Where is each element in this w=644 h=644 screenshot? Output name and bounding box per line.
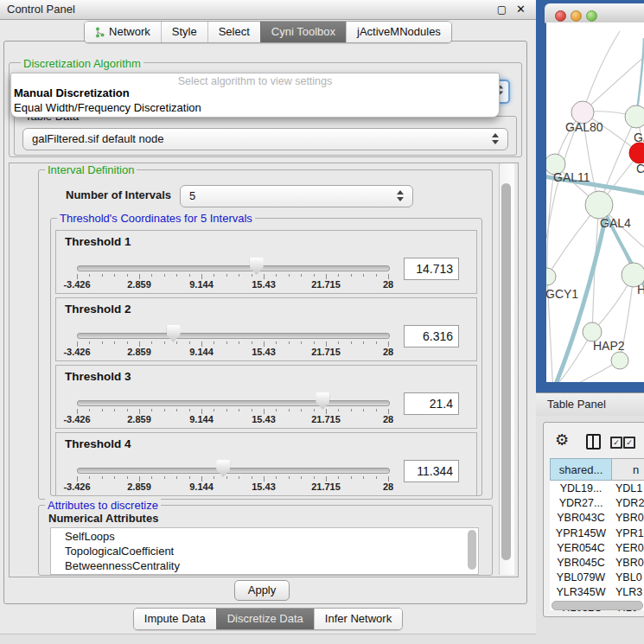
table-cell-shared-name[interactable]: YBR043C xyxy=(550,511,612,526)
table-cell-name[interactable]: YBR0 xyxy=(615,556,644,571)
attribute-item-topologicalcoefficient[interactable]: TopologicalCoefficient xyxy=(65,545,174,558)
table-cell-shared-name[interactable]: YDL19... xyxy=(550,481,612,496)
table-cell-name[interactable]: YDR2 xyxy=(615,496,644,511)
tick-label: 2.859 xyxy=(118,279,160,290)
vertical-scrollbar-thumb[interactable] xyxy=(501,183,511,560)
network-edge[interactable] xyxy=(583,57,644,112)
number-of-intervals-combo[interactable]: 5 xyxy=(180,185,413,207)
network-window-titlebar[interactable] xyxy=(545,3,644,23)
tick-label: 28 xyxy=(367,414,409,424)
float-icon[interactable]: ▢ xyxy=(497,0,507,19)
tab-impute-data[interactable]: Impute Data xyxy=(134,609,216,629)
slider-track[interactable] xyxy=(77,333,390,339)
table-cell-name[interactable]: YBL0 xyxy=(615,571,644,585)
apply-button[interactable]: Apply xyxy=(234,580,290,601)
network-edge-highlighted[interactable] xyxy=(636,38,644,117)
screen: Control Panel ▢ ✕ NetworkStyleSelectCyni… xyxy=(0,0,644,644)
tick-label: 9.144 xyxy=(181,481,222,492)
tab-network[interactable]: Network xyxy=(85,22,161,42)
table-cell-name[interactable]: YPR1 xyxy=(615,526,644,541)
horizontal-scrollbar-thumb[interactable] xyxy=(552,601,643,610)
table-cell-shared-name[interactable]: YPR145W xyxy=(550,526,612,541)
threshold-value-field[interactable]: 6.316 xyxy=(404,325,459,348)
tick-mark xyxy=(252,341,252,344)
tick-mark xyxy=(102,274,103,277)
table-data-combo[interactable]: galFiltered.sif default node xyxy=(22,128,508,150)
table-cell-shared-name[interactable]: YBR045C xyxy=(550,556,612,571)
minimize-traffic-light[interactable] xyxy=(571,10,582,22)
thresholds-group-title: Threshold's Coordinates for 5 Intervals xyxy=(57,212,255,225)
table-cell-shared-name[interactable]: YLR345W xyxy=(550,585,612,600)
table-cell-name[interactable]: YER0 xyxy=(615,541,644,556)
numerical-attributes-list[interactable]: SelfLoopsTopologicalCoefficientBetweenne… xyxy=(50,527,479,575)
network-node[interactable] xyxy=(629,143,644,163)
attribute-item-betweennesscentrality[interactable]: BetweennessCentrality xyxy=(65,559,180,572)
column-header-name[interactable]: n xyxy=(612,458,644,481)
tick-mark xyxy=(164,274,165,277)
tick-mark xyxy=(226,476,227,479)
checkbox-icon[interactable]: ✓ xyxy=(610,437,622,449)
tick-label: 2.859 xyxy=(118,481,160,492)
tick-mark xyxy=(114,341,115,344)
tick-mark xyxy=(226,409,227,411)
network-edge[interactable] xyxy=(583,31,620,112)
attribute-item-selfloops[interactable]: SelfLoops xyxy=(65,530,115,543)
threshold-value-field[interactable]: 14.713 xyxy=(404,258,459,280)
checkbox-icon[interactable]: ✓ xyxy=(623,437,635,449)
tick-mark xyxy=(376,341,377,344)
tick-mark xyxy=(214,476,214,479)
attributes-group-title: Attributes to discretize xyxy=(45,499,161,512)
slider-thumb[interactable] xyxy=(216,460,230,477)
list-scrollbar-thumb[interactable] xyxy=(468,530,476,570)
tick-mark xyxy=(239,341,239,344)
threshold-value-field[interactable]: 11.344 xyxy=(404,460,459,482)
slider-track[interactable] xyxy=(77,265,390,271)
zoom-traffic-light[interactable] xyxy=(586,10,597,22)
tick-mark xyxy=(214,341,214,344)
threshold-1-panel: Threshold 1-3.4262.8599.14415.4321.71528… xyxy=(55,230,477,294)
close-traffic-light[interactable] xyxy=(555,10,566,22)
tick-mark xyxy=(239,274,239,277)
network-node[interactable] xyxy=(585,191,613,219)
tick-mark xyxy=(338,341,339,344)
table-cell-shared-name[interactable]: YBL079W xyxy=(550,571,612,585)
threshold-value-field[interactable]: 21.4 xyxy=(404,392,459,415)
tick-mark xyxy=(226,341,227,344)
tick-mark xyxy=(289,341,290,344)
slider-thumb[interactable] xyxy=(167,325,181,342)
tick-mark xyxy=(252,476,252,479)
table-cell-name[interactable]: YLR3 xyxy=(615,585,644,600)
network-node[interactable] xyxy=(625,105,644,128)
tab-select[interactable]: Select xyxy=(207,22,260,42)
tick-mark xyxy=(363,341,364,344)
network-node[interactable] xyxy=(611,352,628,369)
slider-thumb[interactable] xyxy=(250,258,264,275)
algorithm-dropdown-popup: Select algorithm to view settings Manual… xyxy=(10,73,500,118)
gear-icon[interactable]: ⚙ xyxy=(555,430,569,450)
tick-label: -3.426 xyxy=(56,279,98,290)
popup-item-manual-discretization[interactable]: Manual Discretization xyxy=(14,86,130,99)
tab-style[interactable]: Style xyxy=(161,22,207,42)
table-panel-titlebar[interactable]: Table Panel xyxy=(536,392,644,417)
close-icon[interactable]: ✕ xyxy=(516,0,526,19)
tab-discretize-data[interactable]: Discretize Data xyxy=(216,609,314,629)
tick-mark xyxy=(338,476,339,479)
split-view-icon[interactable] xyxy=(586,434,601,450)
table-cell-name[interactable]: YBR0 xyxy=(615,511,644,526)
tab-infer-network[interactable]: Infer Network xyxy=(314,609,402,629)
table-cell-shared-name[interactable]: YDR27... xyxy=(550,496,612,511)
tab-cyni-toolbox[interactable]: Cyni Toolbox xyxy=(260,22,346,42)
network-node[interactable] xyxy=(546,268,556,285)
popup-item-equal-width-frequency-discretization[interactable]: Equal Width/Frequency Discretization xyxy=(14,101,201,114)
tab-jactivemnodules[interactable]: jActiveMNodules xyxy=(346,22,451,42)
slider-track[interactable] xyxy=(77,400,390,406)
control-panel-titlebar[interactable]: Control Panel ▢ ✕ xyxy=(0,0,536,20)
table-cell-shared-name[interactable]: YER054C xyxy=(550,541,612,556)
network-view-canvas[interactable]: GAL80GACGAL11GAL4GCY1HHAP2 xyxy=(546,22,644,382)
column-header-shared-name[interactable]: shared... xyxy=(550,458,612,481)
slider-track[interactable] xyxy=(77,468,390,474)
tick-mark xyxy=(214,409,214,411)
slider-thumb[interactable] xyxy=(316,392,329,410)
table-cell-name[interactable]: YDL1 xyxy=(615,481,644,496)
numerical-attributes-label: Numerical Attributes xyxy=(48,512,158,525)
